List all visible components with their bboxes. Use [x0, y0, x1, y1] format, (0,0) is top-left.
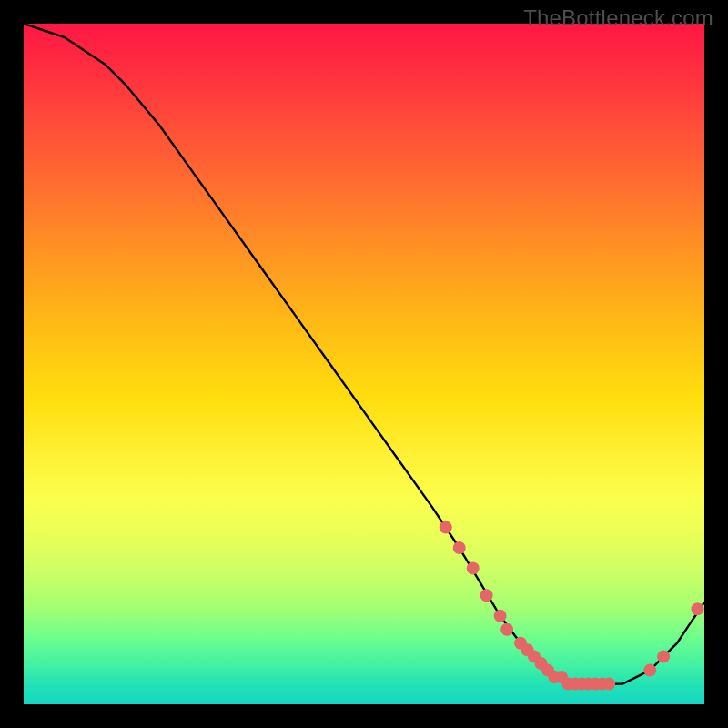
- data-dot: [480, 589, 493, 602]
- data-dot: [657, 651, 670, 663]
- chart-overlay: [24, 24, 704, 704]
- data-dot: [643, 664, 656, 677]
- data-dot: [692, 602, 704, 615]
- data-dot: [467, 561, 480, 574]
- bottleneck-curve: [24, 24, 704, 684]
- dots-group: [440, 521, 704, 691]
- data-dot: [453, 541, 466, 554]
- chart-frame: TheBottleneck.com: [0, 0, 728, 728]
- watermark-text: TheBottleneck.com: [523, 5, 713, 31]
- data-dot: [602, 678, 615, 691]
- data-dot: [440, 521, 452, 534]
- data-dot: [494, 610, 507, 622]
- data-dot: [500, 623, 513, 636]
- plot-area: [24, 24, 704, 704]
